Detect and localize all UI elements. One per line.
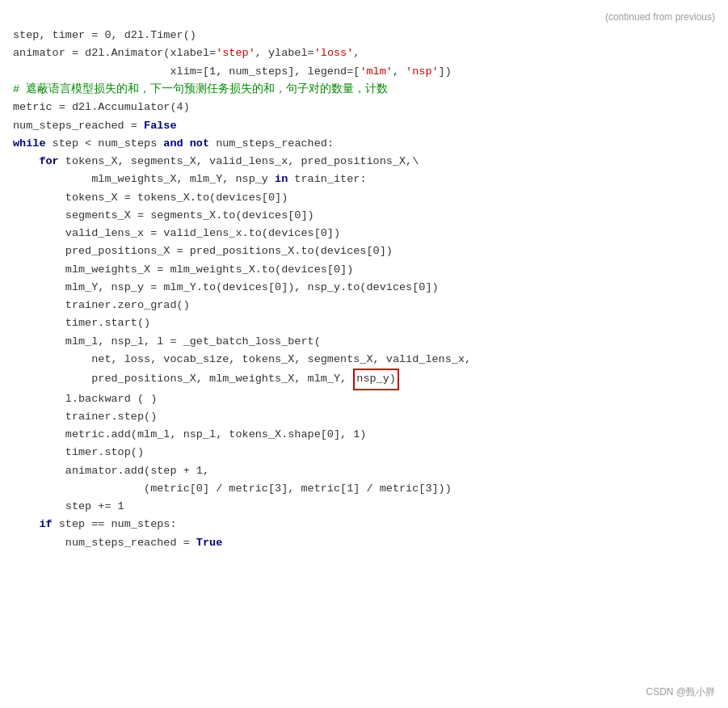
code-line: tokens_X = tokens_X.to(devices[0]) xyxy=(13,189,715,207)
code-line: if step == num_steps: xyxy=(13,516,715,533)
code-line: for tokens_X, segments_X, valid_lens_x, … xyxy=(13,153,715,171)
code-line-highlight: pred_positions_X, mlm_weights_X, mlm_Y, … xyxy=(13,369,715,390)
code-line: trainer.zero_grad() xyxy=(13,297,715,314)
code-line: step += 1 xyxy=(13,498,715,516)
code-line: animator = d2l.Animator(xlabel='step', y… xyxy=(13,44,715,62)
code-line: segments_X = segments_X.to(devices[0]) xyxy=(13,207,715,225)
watermark: CSDN @甄小胖 xyxy=(646,685,715,700)
code-line: mlm_weights_X = mlm_weights_X.to(devices… xyxy=(13,261,715,279)
code-line: pred_positions_X = pred_positions_X.to(d… xyxy=(13,242,715,260)
code-line: step, timer = 0, d2l.Timer() xyxy=(13,27,715,44)
top-note: (continued from previous) xyxy=(13,10,715,27)
code-line-comment: # 遮蔽语言模型损失的和，下一句预测任务损失的和，句子对的数量，计数 xyxy=(13,81,715,99)
code-line: mlm_weights_X, mlm_Y, nsp_y in train_ite… xyxy=(13,171,715,188)
code-line: while step < num_steps and not num_steps… xyxy=(13,135,715,153)
code-line: mlm_l, nsp_l, l = _get_batch_loss_bert( xyxy=(13,333,715,351)
code-container: (continued from previous) step, timer = … xyxy=(0,0,728,708)
code-line: num_steps_reached = True xyxy=(13,534,715,552)
code-line: timer.start() xyxy=(13,314,715,332)
code-line: timer.stop() xyxy=(13,444,715,461)
code-line: valid_lens_x = valid_lens_x.to(devices[0… xyxy=(13,225,715,242)
code-line: xlim=[1, num_steps], legend=['mlm', 'nsp… xyxy=(13,63,715,81)
code-line: net, loss, vocab_size, tokens_X, segment… xyxy=(13,351,715,369)
code-line-backward: l.backward ( ) xyxy=(13,390,715,408)
code-line: metric.add(mlm_l, nsp_l, tokens_X.shape[… xyxy=(13,426,715,444)
code-line: (metric[0] / metric[3], metric[1] / metr… xyxy=(13,480,715,498)
code-line: metric = d2l.Accumulator(4) xyxy=(13,99,715,116)
code-line: num_steps_reached = False xyxy=(13,117,715,135)
code-line: animator.add(step + 1, xyxy=(13,462,715,480)
code-line: mlm_Y, nsp_y = mlm_Y.to(devices[0]), nsp… xyxy=(13,279,715,297)
code-line: trainer.step() xyxy=(13,408,715,426)
highlighted-code: nsp_y) xyxy=(353,369,399,390)
